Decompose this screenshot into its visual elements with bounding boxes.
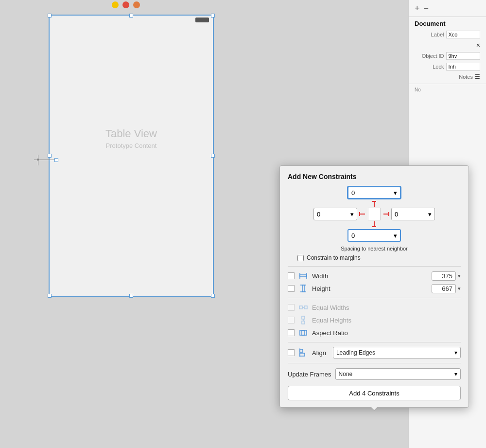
align-select[interactable]: Leading Edges ▾ [333, 347, 461, 358]
update-frames-label: Update Frames [288, 371, 331, 378]
handle-bottom-left[interactable] [48, 294, 52, 298]
width-value[interactable]: 375 [432, 271, 456, 281]
svg-rect-12 [300, 330, 305, 335]
device-frame: Table View Prototype Content [49, 15, 214, 297]
right-spacing-input[interactable]: 0 ▾ [391, 208, 435, 220]
label-field-label: Label [415, 32, 444, 37]
svg-rect-10 [302, 321, 305, 324]
separator-2 [288, 298, 461, 298]
label-field-value[interactable]: Xco [446, 31, 481, 38]
update-frames-select[interactable]: None ▾ [335, 368, 461, 380]
popup-triangle [370, 407, 378, 411]
prototype-content-label: Prototype Content [50, 142, 213, 149]
aspect-ratio-row: Aspect Ratio [288, 326, 461, 339]
aspect-ratio-label: Aspect Ratio [312, 329, 461, 337]
svg-rect-9 [302, 316, 305, 319]
height-icon [298, 284, 308, 293]
crosshair [34, 155, 58, 165]
equal-heights-row: Equal Heights [288, 314, 461, 326]
close-button[interactable]: × [476, 41, 480, 49]
close-row: × [409, 40, 486, 51]
align-icon [298, 348, 308, 358]
traffic-light-orange[interactable] [133, 1, 140, 8]
handle-top-right[interactable] [211, 14, 215, 18]
svg-rect-14 [300, 349, 303, 352]
separator-1 [288, 266, 461, 267]
handle-bottom-right[interactable] [211, 294, 215, 298]
bottom-dropdown-arrow[interactable]: ▾ [394, 232, 397, 239]
harrow-left [359, 212, 365, 216]
table-view-label: Table View [50, 127, 213, 140]
equal-widths-label: Equal Widths [312, 304, 461, 311]
notes-row: Notes ☰ [409, 72, 486, 82]
handle-bottom-middle[interactable] [129, 294, 133, 298]
add-constraints-button[interactable]: Add 4 Constraints [288, 386, 461, 400]
separator-4 [288, 363, 461, 363]
svg-rect-3 [302, 285, 304, 292]
lock-label: Lock [415, 64, 444, 70]
left-dropdown-arrow[interactable]: ▾ [350, 211, 354, 218]
height-label: Height [312, 285, 428, 292]
traffic-lights [112, 1, 140, 8]
width-checkbox[interactable] [288, 272, 295, 279]
height-checkbox[interactable] [288, 285, 295, 292]
lock-row: Lock Inh [409, 61, 486, 72]
object-id-value[interactable]: 9hv [446, 52, 481, 60]
aspect-ratio-checkbox[interactable] [288, 329, 295, 336]
svg-rect-6 [299, 306, 302, 309]
ibeam-bottom [372, 221, 376, 227]
popup-title: Add New Constraints [288, 173, 461, 180]
update-frames-arrow[interactable]: ▾ [454, 371, 457, 377]
harrow-right [383, 212, 389, 216]
equal-widths-icon [298, 303, 308, 312]
notes-value: No [409, 86, 486, 93]
panel-toolbar: + − [409, 0, 486, 17]
align-dropdown-arrow[interactable]: ▾ [454, 349, 457, 356]
traffic-light-yellow[interactable] [112, 1, 119, 8]
constrain-margins-checkbox[interactable] [297, 255, 304, 261]
handle-middle-right[interactable] [211, 154, 215, 158]
spacing-note: Spacing to nearest neighbor [288, 246, 461, 251]
height-constraint-row: Height 667 ▾ [288, 282, 461, 295]
aspect-ratio-icon [298, 328, 308, 338]
handle-top-left[interactable] [48, 14, 52, 18]
handle-top-middle[interactable] [129, 14, 133, 18]
lock-value[interactable]: Inh [446, 63, 481, 71]
svg-rect-0 [300, 275, 307, 277]
notes-icon: ☰ [475, 73, 480, 80]
right-dropdown-arrow[interactable]: ▾ [428, 211, 432, 218]
constrain-margins-row: Constrain to margins [288, 254, 461, 261]
document-section-title: Document [409, 17, 486, 29]
height-value[interactable]: 667 [432, 284, 456, 293]
equal-heights-label: Equal Heights [312, 317, 461, 324]
center-box [368, 208, 381, 220]
svg-rect-7 [304, 306, 307, 309]
equal-widths-checkbox[interactable] [288, 304, 295, 311]
align-row: Align Leading Edges ▾ [288, 345, 461, 360]
spacing-middle-row: 0 ▾ 0 ▾ [313, 208, 435, 220]
ibeam-top [372, 201, 376, 207]
align-checkbox[interactable] [288, 349, 295, 356]
add-button[interactable]: + [415, 4, 420, 13]
update-frames-value: None [339, 371, 353, 377]
top-dropdown-arrow[interactable]: ▾ [394, 189, 397, 197]
top-spacing-input[interactable]: 0 ▾ [347, 186, 401, 199]
constraints-popup: Add New Constraints 0 ▾ 0 ▾ [279, 165, 469, 408]
equal-heights-checkbox[interactable] [288, 317, 295, 323]
svg-rect-15 [300, 353, 305, 356]
label-row: Label Xco [409, 29, 486, 40]
width-icon [298, 271, 308, 281]
update-frames-row: Update Frames None ▾ [288, 366, 461, 382]
traffic-light-red[interactable] [122, 1, 129, 8]
remove-button[interactable]: − [424, 4, 429, 13]
height-arrow[interactable]: ▾ [458, 286, 461, 292]
bottom-spacing-input[interactable]: 0 ▾ [347, 229, 401, 242]
width-constraint-row: Width 375 ▾ [288, 269, 461, 282]
object-id-row: Object ID 9hv [409, 51, 486, 61]
width-label: Width [312, 272, 428, 280]
notes-label: Notes [415, 74, 473, 80]
width-arrow[interactable]: ▾ [458, 273, 461, 279]
align-label: Align [312, 349, 326, 357]
spacing-grid: 0 ▾ 0 ▾ [288, 186, 461, 242]
left-spacing-input[interactable]: 0 ▾ [313, 208, 357, 220]
